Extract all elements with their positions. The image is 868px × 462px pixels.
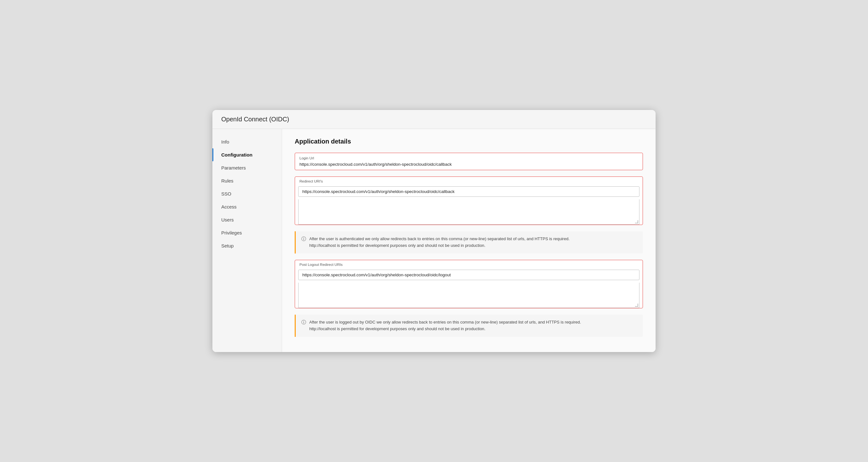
sidebar-label-configuration: Configuration <box>221 152 252 157</box>
redirect-uris-label-row: Redirect URI's <box>295 177 643 186</box>
sidebar-item-access[interactable]: Access <box>212 200 282 213</box>
sidebar-item-parameters[interactable]: Parameters <box>212 161 282 174</box>
logout-info-line1: After the user is logged out by OIDC we … <box>309 319 581 326</box>
logout-info-row: ⓘ After the user is logged out by OIDC w… <box>301 319 637 333</box>
sidebar: Info Configuration Parameters Rules SSO … <box>212 129 282 352</box>
sidebar-item-rules[interactable]: Rules <box>212 174 282 187</box>
redirect-info-box: ⓘ After the user is authenticated we onl… <box>295 231 643 254</box>
sidebar-label-sso: SSO <box>221 191 231 197</box>
sidebar-label-parameters: Parameters <box>221 165 246 171</box>
resize-handle-icon <box>635 220 638 223</box>
post-logout-field: Post Logout Redirect URIs https://consol… <box>295 260 643 308</box>
redirect-info-text: After the user is authenticated we only … <box>309 236 569 249</box>
sidebar-item-privileges[interactable]: Privileges <box>212 226 282 239</box>
logout-info-text: After the user is logged out by OIDC we … <box>309 319 581 333</box>
redirect-uris-group: Redirect URI's https://console.spectrocl… <box>295 176 643 225</box>
sidebar-item-users[interactable]: Users <box>212 213 282 226</box>
window-title: OpenId Connect (OIDC) <box>221 116 289 123</box>
redirect-uris-value[interactable]: https://console.spectrocloud.com/v1/auth… <box>298 186 640 197</box>
sidebar-label-info: Info <box>221 139 229 144</box>
login-url-field: Login Url https://console.spectrocloud.c… <box>295 153 643 170</box>
sidebar-label-rules: Rules <box>221 178 233 183</box>
post-logout-resize-handle-icon <box>635 304 638 307</box>
post-logout-spacer <box>298 283 640 308</box>
sidebar-label-users: Users <box>221 217 234 223</box>
sidebar-label-setup: Setup <box>221 243 234 249</box>
sidebar-item-setup[interactable]: Setup <box>212 239 282 252</box>
logout-info-line2: http://localhost is permitted for develo… <box>309 326 581 333</box>
redirect-info-row: ⓘ After the user is authenticated we onl… <box>301 236 637 249</box>
sidebar-label-access: Access <box>221 204 237 209</box>
login-url-label: Login Url <box>300 156 638 160</box>
post-logout-value[interactable]: https://console.spectrocloud.com/v1/auth… <box>298 270 640 280</box>
sidebar-label-privileges: Privileges <box>221 230 242 235</box>
window-body: Info Configuration Parameters Rules SSO … <box>212 129 656 352</box>
post-logout-label-row: Post Logout Redirect URIs <box>295 260 643 270</box>
info-circle-icon: ⓘ <box>301 236 306 242</box>
logout-info-circle-icon: ⓘ <box>301 319 306 325</box>
redirect-uris-label: Redirect URI's <box>300 179 638 183</box>
section-title: Application details <box>295 138 643 145</box>
login-url-group: Login Url https://console.spectrocloud.c… <box>295 153 643 170</box>
post-logout-label: Post Logout Redirect URIs <box>300 263 638 266</box>
redirect-uris-spacer <box>298 199 640 225</box>
post-logout-group: Post Logout Redirect URIs https://consol… <box>295 260 643 308</box>
login-url-value[interactable]: https://console.spectrocloud.com/v1/auth… <box>300 162 638 167</box>
sidebar-item-configuration[interactable]: Configuration <box>212 148 282 161</box>
main-window: OpenId Connect (OIDC) Info Configuration… <box>212 110 656 352</box>
logout-info-box: ⓘ After the user is logged out by OIDC w… <box>295 315 643 337</box>
redirect-uris-field: Redirect URI's https://console.spectrocl… <box>295 176 643 225</box>
redirect-info-line1: After the user is authenticated we only … <box>309 236 569 242</box>
sidebar-item-sso[interactable]: SSO <box>212 187 282 200</box>
title-bar: OpenId Connect (OIDC) <box>212 110 656 129</box>
redirect-info-line2: http://localhost is permitted for develo… <box>309 242 569 249</box>
main-content: Application details Login Url https://co… <box>282 129 656 352</box>
sidebar-item-info[interactable]: Info <box>212 135 282 148</box>
